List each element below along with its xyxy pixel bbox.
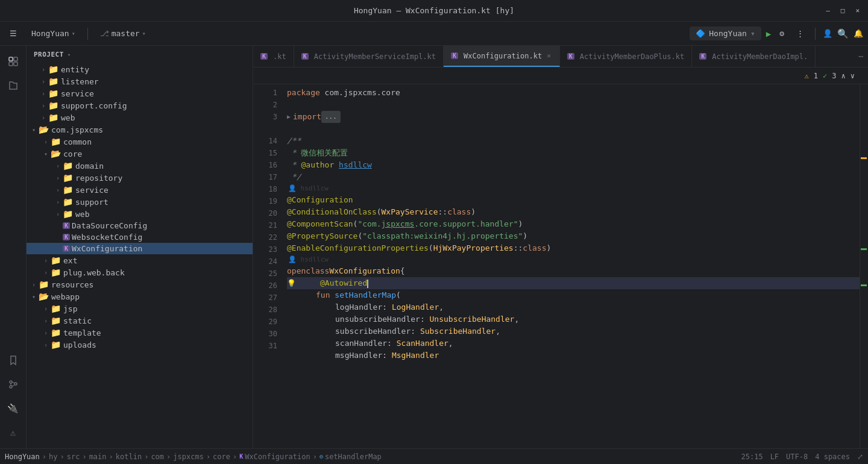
tree-item-static[interactable]: › 📁 static <box>27 315 253 327</box>
code-line-26: fun setHandlerMap( <box>287 289 860 301</box>
tree-item-template[interactable]: › 📁 template <box>27 327 253 339</box>
breadcrumb-path: HongYuan › hy › src › main › kotlin › co… <box>5 453 734 461</box>
nav-down-button[interactable]: ∨ <box>851 72 855 80</box>
menu-button[interactable]: ☰ <box>5 27 22 40</box>
tree-item-web-core[interactable]: › 📁 web <box>27 208 253 220</box>
tree-item-repository[interactable]: › 📁 repository <box>27 172 253 184</box>
toolbar-right: 🔷 HongYuan ▾ ▶ ⚙ ⋮ 👤 🔍 🔔 <box>690 27 863 40</box>
chevron-icon: ▾ <box>29 127 39 133</box>
tab-activitymemberdaoplus[interactable]: K ActivityMemberDaoPlus.kt <box>560 46 692 67</box>
tab-kt[interactable]: K .kt <box>253 46 294 67</box>
breadcrumb-jspxcms[interactable]: jspxcms <box>173 453 204 461</box>
tab-activitymemberserviceimpl[interactable]: K ActivityMemberServiceImpl.kt <box>294 46 444 67</box>
tree-item-domain[interactable]: › 📁 domain <box>27 160 253 172</box>
project-selector[interactable]: HongYuan ▾ <box>27 27 80 40</box>
tab-activitymemberdaoimpl[interactable]: K ActivityMemberDaoImpl. <box>692 46 816 67</box>
project-view-button[interactable] <box>2 51 24 72</box>
breadcrumb-main[interactable]: main <box>89 453 107 461</box>
restore-button[interactable]: □ <box>837 5 849 16</box>
tree-label: DataSourceConfig <box>72 221 147 230</box>
tree-item-service-top[interactable]: › 📁 service <box>27 87 253 99</box>
charset[interactable]: UTF-8 <box>786 453 808 461</box>
plugins-button[interactable]: 🔌 <box>2 398 24 419</box>
chevron-down-icon: ▾ <box>750 29 755 38</box>
tab-label: WxConfiguration.kt <box>464 52 542 60</box>
tree-item-web-top[interactable]: › 📁 web <box>27 111 253 124</box>
cursor-position[interactable]: 25:15 <box>741 453 763 461</box>
nav-up-button[interactable]: ∧ <box>841 72 846 80</box>
indent-setting[interactable]: 4 spaces <box>815 453 850 461</box>
svg-rect-3 <box>14 62 17 66</box>
bookmarks-button[interactable] <box>2 350 24 371</box>
problems-button[interactable]: ⚠ <box>2 422 24 444</box>
svg-rect-0 <box>9 57 13 61</box>
kotlin-tag-icon: K <box>63 222 70 229</box>
code-line-1: package com.jspxcms.core <box>287 87 860 99</box>
tree-item-entity[interactable]: › 📁 entity <box>27 63 253 75</box>
bulb-icon[interactable]: 💡 <box>287 277 296 289</box>
breadcrumb-hy[interactable]: hy <box>49 453 57 461</box>
notifications-button[interactable]: 🔔 <box>854 29 863 38</box>
tab-wxconfiguration[interactable]: K WxConfiguration.kt ✕ <box>444 46 560 67</box>
tree-item-wxconfiguration[interactable]: › K WxConfiguration <box>27 243 253 254</box>
status-bar: HongYuan › hy › src › main › kotlin › co… <box>0 448 868 464</box>
breadcrumb-kotlin[interactable]: kotlin <box>116 453 142 461</box>
breadcrumb-core[interactable]: core <box>213 453 230 461</box>
tree-item-listener[interactable]: › 📁 listener <box>27 75 253 87</box>
breadcrumb-hongyuan[interactable]: HongYuan <box>5 453 40 461</box>
folder-icon: 📁 <box>63 197 73 207</box>
tree-item-common[interactable]: › 📁 common <box>27 136 253 148</box>
tree-item-core[interactable]: ▾ 📂 core <box>27 148 253 160</box>
kotlin-icon: K <box>301 53 309 60</box>
fold-icon[interactable]: ▶ <box>287 111 291 123</box>
tree-item-plug-web-back[interactable]: › 📁 plug.web.back <box>27 266 253 278</box>
tree-item-uploads[interactable]: › 📁 uploads <box>27 339 253 351</box>
code-line-28: unsubscribeHandler: UnsubscribeHandler, <box>287 313 860 325</box>
window-controls[interactable]: — □ ✕ <box>822 5 863 16</box>
tree-item-resources[interactable]: › 📁 resources <box>27 278 253 290</box>
tree-item-websocketconfig[interactable]: › K WebsocketConfig <box>27 231 253 243</box>
code-editor[interactable]: 1 2 3 14 15 16 17 18 19 20 21 22 23 24 2… <box>253 84 868 448</box>
minimize-button[interactable]: — <box>822 5 834 16</box>
tree-item-support-config[interactable]: › 📁 support.config <box>27 99 253 111</box>
folded-imports[interactable]: ... <box>321 111 341 123</box>
explorer-button[interactable] <box>2 75 24 96</box>
more-button[interactable]: ⋮ <box>793 27 808 40</box>
line-ending[interactable]: LF <box>770 453 779 461</box>
tree-item-webapp[interactable]: ▾ 📂 webapp <box>27 290 253 303</box>
run-button[interactable]: ▶ <box>766 29 771 39</box>
tree-item-jsp[interactable]: › 📁 jsp <box>27 303 253 315</box>
inspection-badge[interactable]: ⚠ 1 ✓ 3 ∧ ∨ <box>805 72 855 80</box>
tree-label: common <box>63 137 92 146</box>
account-button[interactable]: 👤 <box>823 29 832 38</box>
run-config-selector[interactable]: 🔷 HongYuan ▾ <box>690 27 761 40</box>
git-button[interactable] <box>2 374 24 395</box>
expand-button[interactable]: ⤢ <box>857 453 863 461</box>
tree-item-support[interactable]: › 📁 support <box>27 196 253 208</box>
folder-icon: 📁 <box>48 113 58 122</box>
settings-button[interactable]: ⚙ <box>776 27 788 40</box>
tab-label: .kt <box>273 52 286 61</box>
breadcrumb-wxconfiguration[interactable]: KWxConfiguration <box>239 453 310 461</box>
branch-name: master <box>112 29 140 38</box>
tree-label: template <box>63 328 101 337</box>
separator <box>87 28 88 40</box>
breadcrumb-com[interactable]: com <box>151 453 164 461</box>
search-button[interactable]: 🔍 <box>837 28 849 39</box>
chevron-icon: › <box>39 102 48 109</box>
tree-item-datasourceconfig[interactable]: › K DataSourceConfig <box>27 220 253 231</box>
git-branch-selector[interactable]: ⎇ master ▾ <box>95 27 151 40</box>
tree-label: domain <box>75 161 104 171</box>
title-bar: HongYuan – WxConfiguration.kt [hy] — □ ✕ <box>0 0 868 22</box>
close-button[interactable]: ✕ <box>852 5 863 16</box>
svg-point-6 <box>14 383 17 385</box>
tree-label: repository <box>75 174 122 183</box>
more-tabs-button[interactable]: ⋯ <box>854 46 868 67</box>
breadcrumb-src[interactable]: src <box>67 453 80 461</box>
tree-item-service[interactable]: › 📁 service <box>27 184 253 196</box>
tree-item-ext[interactable]: › 📁 ext <box>27 254 253 266</box>
tree-item-com-jspxcms[interactable]: ▾ 📂 com.jspxcms <box>27 124 253 136</box>
code-content[interactable]: package com.jspxcms.core ▶ import ... /*… <box>282 84 860 448</box>
close-tab-button[interactable]: ✕ <box>546 51 552 60</box>
breadcrumb-sethandlermap[interactable]: ⊙setHandlerMap <box>319 453 382 461</box>
